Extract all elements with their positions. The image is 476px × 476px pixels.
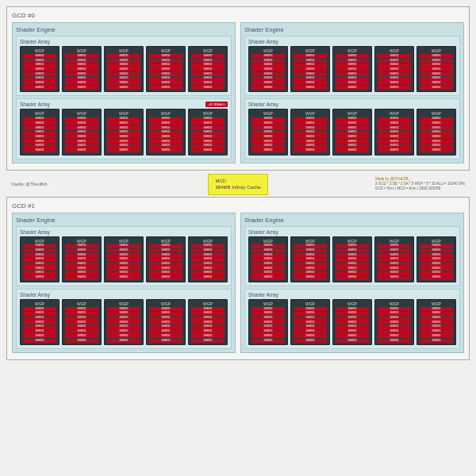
- simd-unit: SIMD32: [23, 63, 56, 67]
- shader-array: Shader Array WGPSIMD32SIMD32SIMD32SIMD32…: [16, 36, 232, 96]
- simd-unit: SIMD32: [23, 86, 56, 90]
- credits-text: Credits: @TDevilfish: [11, 182, 48, 186]
- simd-unit: SIMD32: [23, 54, 56, 58]
- shader-engine: Shader Engine Shader Array WGPSIMD32SIMD…: [12, 213, 236, 354]
- wgp: WGPSIMD32SIMD32SIMD32SIMD32SIMD32SIMD32S…: [62, 46, 102, 92]
- wgp: WGPSIMD32SIMD32SIMD32SIMD32SIMD32SIMD32S…: [188, 46, 228, 92]
- simd-unit: SIMD32: [23, 67, 56, 71]
- spec-line: GCD = 5nm | MCD = 6nm | 1920 GDDR6: [375, 186, 465, 191]
- shader-engine: Shader Engine Shader Array WGPSIMD32SIMD…: [12, 22, 236, 163]
- wgp-label: WGP: [35, 48, 44, 53]
- wgp: WGPSIMD32SIMD32SIMD32SIMD32SIMD32SIMD32S…: [146, 46, 186, 92]
- shader-array: Shader Array+32 RB/ALU WGPSIMD32SIMD32SI…: [16, 98, 232, 159]
- rb-badge: +32 RB/ALU: [205, 102, 228, 107]
- shader-engine: Shader Engine Shader Array WGPSIMD32SIMD…: [240, 213, 464, 354]
- simd-unit: SIMD32: [23, 72, 56, 76]
- gcd-0: GCD #0 Shader Engine Shader Array WGPSIM…: [6, 6, 470, 171]
- gcd-0-se-row: Shader Engine Shader Array WGPSIMD32SIMD…: [12, 22, 464, 163]
- middle-strip: Credits: @TDevilfish MCD 384MB Infinity …: [6, 174, 470, 195]
- mcd-title: MCD: [215, 178, 260, 184]
- simd-unit: SIMD32: [23, 81, 56, 85]
- gpu-block-diagram: GCD #0 Shader Engine Shader Array WGPSIM…: [0, 0, 476, 476]
- mcd-subtitle: 384MB Infinity Cache: [215, 184, 260, 190]
- wgp: WGPSIMD32SIMD32SIMD32SIMD32SIMD32SIMD32S…: [104, 46, 144, 92]
- wgp-row: WGPSIMD32SIMD32SIMD32SIMD32SIMD32SIMD32S…: [20, 46, 228, 92]
- simd-unit: SIMD32: [23, 77, 56, 81]
- gcd-0-title: GCD #0: [12, 12, 464, 19]
- gcd-1: GCD #1 Shader Engine Shader Array WGPSIM…: [6, 197, 470, 361]
- mcd-block: MCD 384MB Infinity Cache: [208, 174, 267, 195]
- wgp: WGPSIMD32SIMD32SIMD32SIMD32SIMD32SIMD32S…: [20, 46, 60, 92]
- shader-engine: Shader Engine Shader Array WGPSIMD32SIMD…: [240, 22, 464, 163]
- shader-engine-label: Shader Engine: [16, 26, 232, 33]
- shader-array-label: Shader Array: [20, 39, 50, 44]
- simd-unit: SIMD32: [23, 59, 56, 63]
- gcd-1-title: GCD #1: [12, 202, 464, 209]
- spec-info: Made by @OlYaKZB_ 2 GCD * 2 SE * 2 SA * …: [375, 177, 465, 192]
